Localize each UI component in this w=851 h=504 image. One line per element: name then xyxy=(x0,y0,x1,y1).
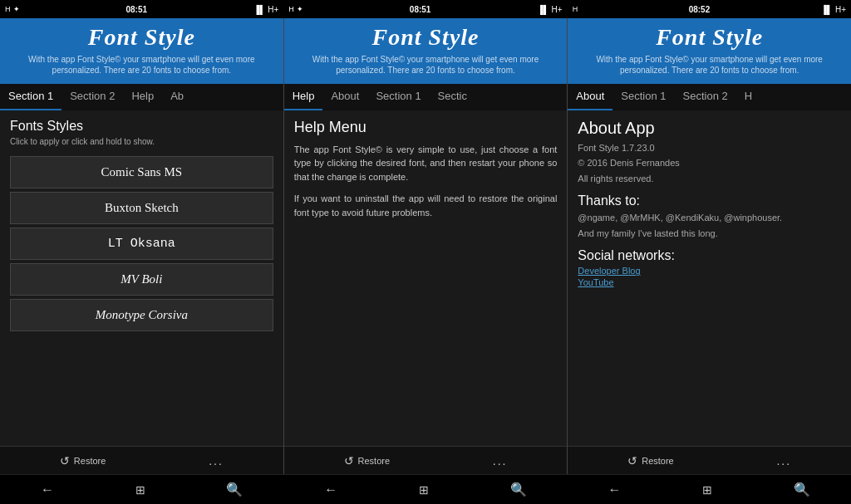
tab-section2-s3[interactable]: Section 2 xyxy=(675,84,736,110)
thanks-title: Thanks to: xyxy=(578,193,841,208)
fonts-title: Fonts Styles xyxy=(10,119,273,134)
signal-icon-mid: H xyxy=(288,5,294,13)
tab-h-s3[interactable]: H xyxy=(736,84,760,110)
tab-section1[interactable]: Section 1 xyxy=(0,84,61,110)
status-panel-left: H ✦ 08:51 ▐▌ H+ xyxy=(0,0,283,18)
battery-icon-left: ▐▌ xyxy=(253,5,265,14)
about-rights: All rights reserved. xyxy=(578,172,841,186)
restore-action-2[interactable]: ↺ Restore xyxy=(344,454,391,467)
restore-action-1[interactable]: ↺ Restore xyxy=(60,454,106,467)
windows-button-2[interactable]: ⊞ xyxy=(411,480,437,500)
back-button-2[interactable]: ← xyxy=(316,479,346,501)
more-dots-1[interactable]: ... xyxy=(209,454,224,467)
search-button-3[interactable]: 🔍 xyxy=(785,478,819,501)
screen-help: Font Style With the app Font Style© your… xyxy=(284,18,568,474)
tab-help[interactable]: Help xyxy=(284,84,323,110)
thanks-text: @ngame, @MrMHK, @KendiKaku, @winphouser. xyxy=(578,211,841,225)
wifi-icon-mid: ✦ xyxy=(297,5,303,13)
font-button-comic[interactable]: Comic Sans MS xyxy=(10,156,273,188)
app-title-1: Font Style xyxy=(8,25,275,51)
about-version: Font Style 1.7.23.0 xyxy=(578,141,841,155)
font-button-mvboli[interactable]: MV Boli xyxy=(10,263,273,296)
restore-icon-3: ↺ xyxy=(627,454,637,467)
status-time-mid: 08:51 xyxy=(410,5,431,14)
search-button-2[interactable]: 🔍 xyxy=(502,478,535,501)
status-time-left: 08:51 xyxy=(126,5,148,14)
font-button-buxton[interactable]: Buxton Sketch xyxy=(10,192,273,224)
nav-bar: ← ⊞ 🔍 ← ⊞ 🔍 ← ⊞ 🔍 xyxy=(0,474,851,504)
app-title-2: Font Style xyxy=(293,25,559,51)
tab-about-s2[interactable]: About xyxy=(322,84,367,110)
nav-tabs-3: About Section 1 Section 2 H xyxy=(568,84,851,110)
signal-icon-right: H xyxy=(573,5,578,13)
restore-label-3: Restore xyxy=(642,456,674,466)
screen-fonts: Font Style With the app Font Style© your… xyxy=(0,18,284,474)
app-subtitle-2: With the app Font Style© your smartphone… xyxy=(293,54,559,76)
help-para-1: The app Font Style© is very simple to us… xyxy=(294,143,558,184)
back-button-1[interactable]: ← xyxy=(32,479,62,501)
font-button-oksana[interactable]: LT Oksana xyxy=(10,228,273,260)
status-bar: H ✦ 08:51 ▐▌ H+ H ✦ 08:51 ▐▌ H+ H 08:52 … xyxy=(0,0,851,18)
font-button-mono[interactable]: Monotype Corsiva xyxy=(10,299,273,331)
restore-icon-2: ↺ xyxy=(344,454,354,467)
screen-about: Font Style With the app Font Style© your… xyxy=(568,18,851,474)
tab-section2-s1[interactable]: Section 2 xyxy=(61,84,123,110)
about-title: About App xyxy=(578,119,841,138)
network-left: H+ xyxy=(268,5,278,14)
fonts-subtitle: Click to apply or click and hold to show… xyxy=(10,137,273,146)
nav-tabs-2: Help About Section 1 Sectic xyxy=(284,84,568,110)
header-help: Font Style With the app Font Style© your… xyxy=(284,18,568,84)
status-right-mid: ▐▌ H+ xyxy=(537,5,562,14)
network-right: H+ xyxy=(835,5,846,14)
nav-bar-panel-right: ← ⊞ 🔍 xyxy=(568,474,851,504)
link-developer-blog[interactable]: Developer Blog xyxy=(578,266,841,276)
status-right-right: ▐▌ H+ xyxy=(821,5,846,14)
content-about: About App Font Style 1.7.23.0 © 2016 Den… xyxy=(568,110,851,446)
status-icons-right: H xyxy=(573,5,578,13)
bottom-bar-1: ↺ Restore ... xyxy=(0,446,283,474)
header-fonts: Font Style With the app Font Style© your… xyxy=(0,18,283,84)
bottom-bar-3: ↺ Restore ... xyxy=(568,446,851,474)
app-subtitle-1: With the app Font Style© your smartphone… xyxy=(8,54,275,76)
restore-label-1: Restore xyxy=(74,456,106,466)
bottom-bar-2: ↺ Restore ... xyxy=(284,446,568,474)
windows-button-1[interactable]: ⊞ xyxy=(127,480,154,500)
help-title: Help Menu xyxy=(294,119,558,136)
more-dots-3[interactable]: ... xyxy=(776,454,791,467)
tab-help-s1[interactable]: Help xyxy=(123,84,162,110)
link-youtube[interactable]: YouTube xyxy=(578,277,841,287)
screens-container: Font Style With the app Font Style© your… xyxy=(0,18,851,474)
tab-about[interactable]: About xyxy=(568,84,612,110)
app-title-3: Font Style xyxy=(576,25,843,51)
status-time-right: 08:52 xyxy=(689,5,711,14)
tab-section1-s3[interactable]: Section 1 xyxy=(612,84,674,110)
tab-sectic-s2[interactable]: Sectic xyxy=(430,84,475,110)
restore-label-2: Restore xyxy=(358,456,391,466)
help-para-2: If you want to uninstall the app will ne… xyxy=(294,192,558,219)
nav-tabs-1: Section 1 Section 2 Help Ab xyxy=(0,84,283,110)
app-subtitle-3: With the app Font Style© your smartphone… xyxy=(576,54,843,76)
nav-bar-panel-mid: ← ⊞ 🔍 xyxy=(283,474,567,504)
family-text: And my family I've lasted this long. xyxy=(578,227,841,241)
content-help: Help Menu The app Font Style© is very si… xyxy=(284,110,568,446)
header-about: Font Style With the app Font Style© your… xyxy=(568,18,851,84)
nav-bar-panel-left: ← ⊞ 🔍 xyxy=(0,474,283,504)
windows-button-3[interactable]: ⊞ xyxy=(694,480,721,500)
restore-icon-1: ↺ xyxy=(60,454,70,467)
back-button-3[interactable]: ← xyxy=(600,479,630,501)
social-title: Social networks: xyxy=(578,248,841,263)
tab-section1-s2[interactable]: Section 1 xyxy=(367,84,429,110)
signal-icon-left: H xyxy=(5,5,11,13)
content-fonts: Fonts Styles Click to apply or click and… xyxy=(0,110,283,446)
search-button-1[interactable]: 🔍 xyxy=(218,478,251,501)
status-icons-mid: H ✦ xyxy=(288,5,303,13)
tab-ab-s1[interactable]: Ab xyxy=(162,84,192,110)
status-right-left: ▐▌ H+ xyxy=(253,5,278,14)
wifi-icon-left: ✦ xyxy=(13,5,20,13)
status-panel-right: H 08:52 ▐▌ H+ xyxy=(568,0,851,18)
restore-action-3[interactable]: ↺ Restore xyxy=(627,454,674,467)
status-panel-mid: H ✦ 08:51 ▐▌ H+ xyxy=(283,0,567,18)
battery-icon-right: ▐▌ xyxy=(821,5,833,14)
battery-icon-mid: ▐▌ xyxy=(537,5,548,14)
more-dots-2[interactable]: ... xyxy=(493,454,508,467)
